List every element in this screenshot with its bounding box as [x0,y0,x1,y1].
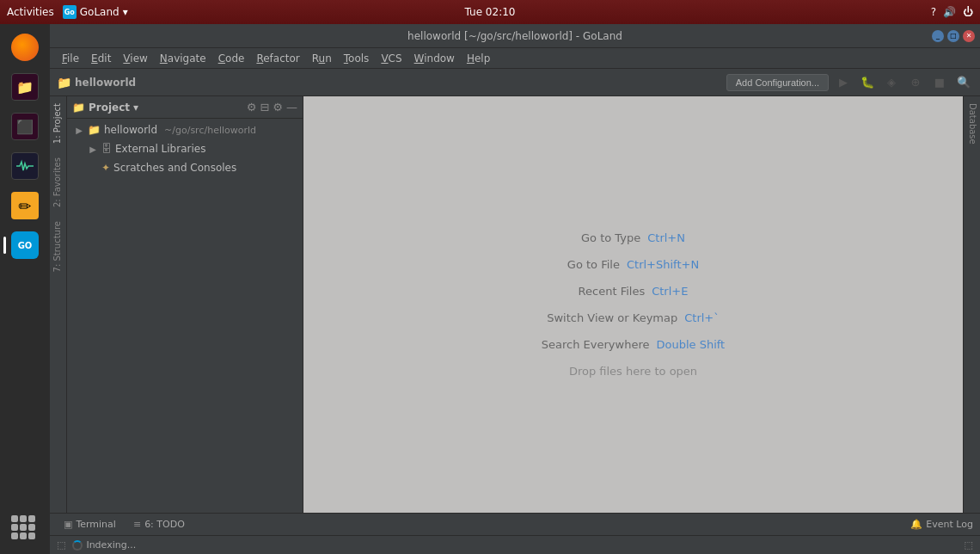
side-tabs-left: 1: Project 2: Favorites 7: Structure [50,96,67,513]
sidebar-item-project[interactable]: 1: Project [50,96,66,151]
menu-refactor[interactable]: Refactor [251,51,304,66]
database-tab[interactable]: Database [964,96,980,151]
editor-icon: ✏️ [11,192,39,219]
tree-item-helloworld[interactable]: ▶ 📁 helloworld ~/go/src/helloworld [67,120,303,139]
hint-go-to-file: Go to File Ctrl+Shift+N [567,258,699,271]
menu-bar: File Edit View Navigate Code Refactor Ru… [50,48,980,69]
menu-view[interactable]: View [118,51,152,66]
run-button[interactable]: ▶ [834,73,853,92]
project-gear-icon[interactable]: ⚙ [273,101,283,114]
coverage-button[interactable]: ⊕ [906,73,925,92]
project-panel: 📁 Project ▾ ⚙ ⊟ ⚙ — ▶ 📁 helloworld ~/go [67,96,303,513]
stop-button[interactable]: ■ [930,73,949,92]
tree-arrow-ext-libs: ▶ [88,145,98,154]
hint-recent-files-shortcut: Ctrl+E [652,285,688,298]
menu-edit[interactable]: Edit [86,51,116,66]
indexing-status: Indexing... [72,539,136,551]
menu-file[interactable]: File [57,51,84,66]
event-log-icon: 🔔 [910,519,922,530]
folder-icon: 📁 [57,76,71,89]
project-collapse-icon[interactable]: — [286,101,297,114]
menu-run[interactable]: Run [307,51,337,66]
restore-button[interactable]: □ [947,30,959,42]
toolbar-path: 📁 helloworld [57,76,723,89]
hint-search-everywhere-shortcut: Double Shift [656,338,725,351]
dock-activity[interactable] [7,148,43,184]
terminal-tab-icon: ▣ [64,519,72,530]
main-content: 1: Project 2: Favorites 7: Structure 📁 P… [50,96,980,513]
tree-item-scratches[interactable]: ▶ ✦ Scratches and Consoles [67,158,303,177]
power-icon[interactable]: ⏻ [963,6,973,18]
folder-small-icon: 📁 [72,102,85,114]
dock-terminal[interactable]: ⬛ [7,108,43,145]
hint-go-to-file-label: Go to File [567,258,620,271]
dock-goland[interactable]: GO [7,227,43,263]
help-icon[interactable]: ? [931,6,936,18]
menu-window[interactable]: Window [409,51,460,66]
system-tray: ? 🔊 ⏻ [931,6,973,18]
project-settings-icon[interactable]: ⚙ [247,101,257,114]
drop-hint: Drop files here to open [569,365,697,378]
add-configuration-button[interactable]: Add Configuration... [726,74,829,91]
hint-search-everywhere-label: Search Everywhere [542,338,650,351]
terminal-tab-label: Terminal [76,519,116,530]
menu-navigate[interactable]: Navigate [155,51,211,66]
todo-tab-icon: ≡ [133,519,141,530]
dock-files[interactable]: 📁 [7,69,43,105]
status-bar: ⬚ Indexing... ⬚ [50,535,980,554]
bottom-right: 🔔 Event Log [910,519,973,530]
tree-arrow-helloworld: ▶ [74,126,84,135]
goland-icon: GO [11,231,39,259]
dock-firefox[interactable] [7,29,43,65]
volume-icon[interactable]: 🔊 [943,6,956,18]
minimize-button[interactable]: _ [932,30,944,42]
hint-go-to-type: Go to Type Ctrl+N [581,231,685,244]
indexing-spinner [72,540,83,551]
indexing-label: Indexing... [86,539,136,551]
ubuntu-top-bar: Activities Go GoLand ▾ Tue 02:10 ? 🔊 ⏻ [0,0,980,24]
ubuntu-dock: 📁 ⬛ ✏️ GO [0,24,50,554]
tree-text-helloworld-path: ~/go/src/helloworld [164,125,256,136]
sidebar-item-structure[interactable]: 7: Structure [50,214,66,279]
project-header-icons: ⚙ ⊟ ⚙ — [247,101,297,114]
menu-vcs[interactable]: VCS [376,51,407,66]
status-expand-icon[interactable]: ⬚ [965,539,973,551]
activities-button[interactable]: Activities [7,6,54,18]
profile-button[interactable]: ◈ [882,73,901,92]
system-clock: Tue 02:10 [465,6,516,18]
menu-tools[interactable]: Tools [339,51,375,66]
project-panel-header: 📁 Project ▾ ⚙ ⊟ ⚙ — [67,96,303,119]
todo-tab-label: 6: TODO [144,519,185,530]
hint-switch-view-label: Switch View or Keymap [547,311,677,324]
bottom-tabs: ▣ Terminal ≡ 6: TODO 🔔 Event Log [50,513,980,535]
event-log-button[interactable]: 🔔 Event Log [910,519,973,530]
terminal-tab[interactable]: ▣ Terminal [57,516,123,532]
status-right-icons: ⬚ [965,539,973,551]
hint-go-to-type-shortcut: Ctrl+N [647,231,685,244]
debug-button[interactable]: 🐛 [858,73,877,92]
todo-tab[interactable]: ≡ 6: TODO [126,516,192,532]
tree-item-external-libraries[interactable]: ▶ 🗄 External Libraries [67,139,303,158]
project-dropdown-arrow[interactable]: ▾ [133,102,138,114]
tree-text-scratches: Scratches and Consoles [113,162,236,174]
ext-lib-icon: 🗄 [101,143,112,155]
menu-code[interactable]: Code [213,51,250,66]
event-log-label: Event Log [926,519,973,530]
dock-apps[interactable] [7,511,43,547]
goland-menu-label: GoLand [80,6,119,18]
editor-area[interactable]: Go to Type Ctrl+N Go to File Ctrl+Shift+… [303,96,963,513]
search-everywhere-button[interactable]: 🔍 [954,73,973,92]
sidebar-item-favorites[interactable]: 2: Favorites [50,151,66,214]
terminal-icon: ⬛ [11,113,39,140]
hint-recent-files: Recent Files Ctrl+E [579,285,689,298]
menu-help[interactable]: Help [462,51,495,66]
goland-menu[interactable]: Go GoLand ▾ [63,5,128,19]
dock-editor[interactable]: ✏️ [7,188,43,224]
window-titlebar: helloworld [~/go/src/helloworld] - GoLan… [50,24,980,48]
project-layout-icon[interactable]: ⊟ [260,101,269,114]
files-icon: 📁 [11,73,39,101]
close-button[interactable]: ✕ [963,30,975,42]
expand-status-icon[interactable]: ⬚ [57,539,65,551]
hint-switch-view-shortcut: Ctrl+` [684,311,720,324]
firefox-icon [11,34,39,61]
